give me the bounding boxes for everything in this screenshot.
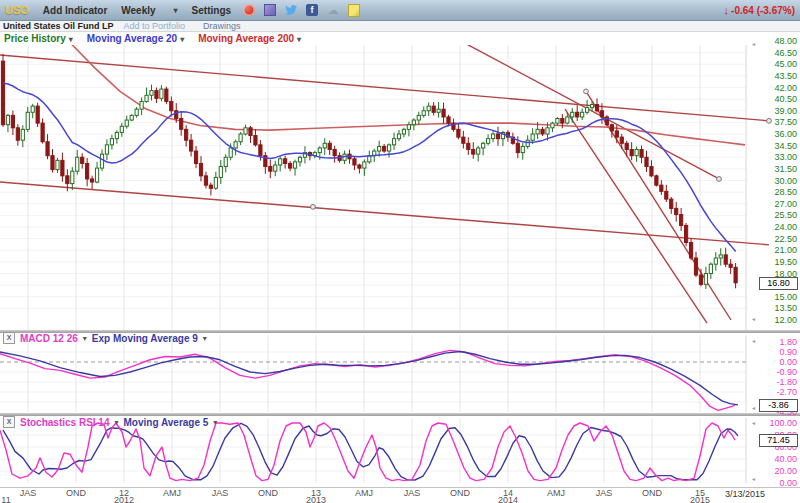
macd-value-box: -3.86 — [759, 399, 798, 412]
chevron-down-icon[interactable]: ▾ — [83, 334, 87, 343]
x-axis-label: JAS — [212, 489, 229, 497]
price-tick: 24.00 — [755, 222, 797, 232]
period-caret-icon[interactable]: ▾ — [174, 6, 178, 15]
macd-tick: -2.70 — [755, 387, 797, 397]
twitter-icon[interactable] — [285, 4, 297, 16]
macd-tick: -1.80 — [755, 377, 797, 387]
close-icon[interactable] — [3, 416, 15, 428]
x-axis-label: OND — [66, 489, 86, 497]
macd-signal-label[interactable]: Exp Moving Average 9 — [92, 333, 198, 344]
chevron-down-icon[interactable]: ▾ — [180, 35, 184, 44]
note-icon[interactable] — [348, 4, 360, 17]
indicator-bar: Price History▾ Moving Average 20▾ Moving… — [0, 32, 800, 45]
price-chart-canvas[interactable] — [0, 45, 800, 330]
ma20-dropdown[interactable]: Moving Average 20▾ — [87, 33, 184, 44]
price-history-label: Price History — [4, 33, 66, 44]
year-label: 2015 — [690, 496, 710, 503]
stochastics-panel-header: Stochastics RSI 14 ▾ Moving Average 5 ▾ — [3, 416, 217, 428]
price-tick: 37.50 — [755, 117, 797, 127]
stoch-tick: 0.00 — [755, 478, 797, 488]
price-tick: 36.00 — [755, 129, 797, 139]
close-icon[interactable] — [3, 332, 15, 344]
macd-tick: 0.00 — [755, 357, 797, 367]
quote-change: ↓ -0.64 (-3.67%) — [724, 4, 795, 16]
axis-marker-icon: ◂ — [752, 316, 755, 322]
price-tick: 21.00 — [755, 245, 797, 255]
price-tick: 13.50 — [755, 303, 797, 313]
x-axis-label: JAS — [20, 489, 37, 497]
year-label: 2014 — [498, 496, 518, 503]
axis-marker-icon: ◂ — [752, 420, 755, 426]
price-tick: 42.00 — [755, 83, 797, 93]
price-tick: 31.50 — [755, 164, 797, 174]
chevron-down-icon[interactable]: ▾ — [297, 35, 301, 44]
add-indicator-button[interactable]: Add Indicator — [43, 5, 107, 16]
cube-icon[interactable] — [264, 4, 276, 16]
year-label: 2013 — [306, 496, 326, 503]
year-label: 11 — [1, 496, 10, 503]
price-tick: 27.00 — [755, 199, 797, 209]
add-to-portfolio-link[interactable]: Add to Portfolio — [124, 21, 186, 31]
macd-tick: 1.80 — [755, 337, 797, 347]
price-tick: 34.50 — [755, 141, 797, 151]
drawings-link[interactable]: Drawings — [203, 21, 241, 31]
ma20-label: Moving Average 20 — [87, 33, 177, 44]
macd-tick: -0.90 — [755, 367, 797, 377]
stoch-tick: 20.00 — [755, 466, 797, 476]
subheader: United States Oil Fund LP Add to Portfol… — [0, 21, 800, 32]
stochastics-signal-label[interactable]: Moving Average 5 — [124, 417, 209, 428]
price-tick: 28.50 — [755, 187, 797, 197]
facebook-icon[interactable]: f — [306, 4, 318, 16]
price-tick: 46.50 — [755, 48, 797, 58]
price-tick: 22.50 — [755, 234, 797, 244]
macd-tick: 0.90 — [755, 347, 797, 357]
ma200-label: Moving Average 200 — [198, 33, 294, 44]
toolbar-icons: f ☁ — [243, 4, 360, 17]
chevron-down-icon[interactable]: ▾ — [114, 418, 118, 427]
toolbar: USO Add Indicator Weekly ▾ Settings f ☁ … — [0, 0, 800, 21]
price-tick: 45.00 — [755, 59, 797, 69]
axis-marker-icon: ◂ — [752, 405, 755, 411]
price-tick: 25.50 — [755, 210, 797, 220]
settings-button[interactable]: Settings — [192, 5, 231, 16]
price-tick: 19.50 — [755, 257, 797, 267]
x-axis-label: JAS — [404, 489, 421, 497]
alert-icon[interactable] — [243, 4, 255, 16]
price-tick: 15.00 — [755, 292, 797, 302]
period-dropdown[interactable]: Weekly — [121, 5, 155, 16]
price-tick: 30.00 — [755, 176, 797, 186]
price-tick: 40.50 — [755, 94, 797, 104]
app-window: USO Add Indicator Weekly ▾ Settings f ☁ … — [0, 0, 800, 503]
last-price-box: 16.80 — [759, 277, 798, 290]
price-history-dropdown[interactable]: Price History▾ — [4, 33, 73, 44]
symbol-label[interactable]: USO — [5, 4, 29, 16]
chevron-down-icon[interactable]: ▾ — [213, 418, 217, 427]
price-tick: 39.00 — [755, 106, 797, 116]
axis-marker-icon: ◂ — [752, 41, 755, 47]
macd-panel-header: MACD 12 26 ▾ Exp Moving Average 9 ▾ — [3, 332, 207, 344]
price-tick: 43.50 — [755, 71, 797, 81]
x-axis-label: AMJ — [355, 489, 373, 497]
chevron-down-icon[interactable]: ▾ — [203, 334, 207, 343]
down-arrow-icon: ↓ — [724, 4, 730, 16]
stoch-tick: 40.00 — [755, 454, 797, 464]
x-axis-label: JAS — [596, 489, 613, 497]
fund-name: United States Oil Fund LP — [3, 21, 114, 31]
stochastics-label[interactable]: Stochastics RSI 14 — [20, 417, 109, 428]
axis-marker-icon: ◂ — [752, 338, 755, 344]
axis-marker-icon: ◂ — [752, 476, 755, 482]
price-tick: 48.00 — [755, 36, 797, 46]
quote-change-value: -0.64 (-3.67%) — [731, 5, 795, 16]
price-tick: 12.00 — [755, 315, 797, 325]
ma200-dropdown[interactable]: Moving Average 200▾ — [198, 33, 301, 44]
stoch-tick: 100.00 — [755, 418, 797, 428]
end-date-label: 3/13/2015 — [725, 490, 765, 498]
chevron-down-icon[interactable]: ▾ — [69, 35, 73, 44]
x-axis-label: OND — [258, 489, 278, 497]
x-axis-label: OND — [450, 489, 470, 497]
macd-label[interactable]: MACD 12 26 — [20, 333, 78, 344]
price-tick: 33.00 — [755, 152, 797, 162]
cloud-icon[interactable]: ☁ — [327, 4, 339, 16]
year-label: 2012 — [114, 496, 134, 503]
stoch-value-box: 71.45 — [759, 434, 798, 447]
